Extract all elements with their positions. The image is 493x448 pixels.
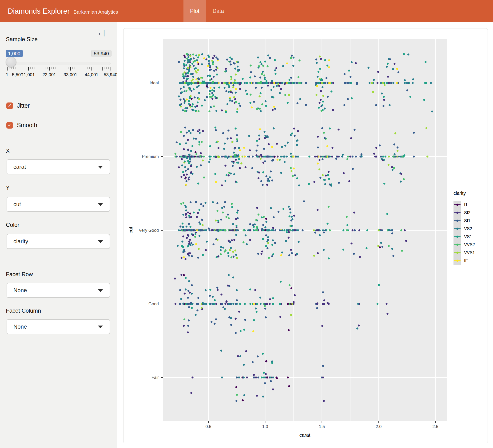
slider-minor-tick bbox=[98, 67, 98, 69]
svg-text:Ideal: Ideal bbox=[150, 81, 159, 85]
facet-row-select[interactable]: None bbox=[7, 283, 110, 298]
chevron-down-icon bbox=[98, 326, 103, 328]
color-select-label: Color bbox=[6, 222, 19, 228]
slider-minor-tick bbox=[58, 67, 58, 69]
slider-minor-tick bbox=[47, 67, 47, 69]
collapse-sidebar-icon[interactable]: ←| bbox=[97, 29, 104, 37]
svg-text:Fair: Fair bbox=[151, 375, 159, 380]
brand: Diamonds Explorer Barkamian Analytics bbox=[8, 0, 118, 22]
slider-grid-label: 53,940 bbox=[104, 72, 117, 77]
slider-max-badge: 53,940 bbox=[91, 50, 112, 57]
facet-column-select-value: None bbox=[13, 323, 27, 330]
slider-grid-label: 22,001 bbox=[42, 72, 56, 77]
svg-text:1.5: 1.5 bbox=[319, 424, 325, 429]
slider-minor-tick bbox=[30, 67, 31, 69]
slider-minor-tick bbox=[33, 67, 33, 69]
x-select-value: carat bbox=[13, 164, 26, 170]
slider-minor-tick bbox=[96, 67, 96, 69]
slider-minor-tick bbox=[79, 67, 79, 69]
slider-minor-tick bbox=[108, 67, 109, 69]
svg-text:0.5: 0.5 bbox=[205, 424, 211, 429]
facet-column-select[interactable]: None bbox=[7, 319, 110, 334]
slider-minor-tick bbox=[41, 67, 41, 69]
slider-grid-label: 44,001 bbox=[85, 72, 98, 77]
slider-minor-tick bbox=[22, 67, 22, 69]
slider-major-tick bbox=[7, 67, 8, 71]
smooth-checkbox-label: Smooth bbox=[17, 122, 37, 129]
slider-grid-label: 1 bbox=[6, 72, 9, 77]
legend-label: SI1 bbox=[464, 218, 471, 223]
app-subtitle: Barkamian Analytics bbox=[74, 9, 118, 15]
x-axis-title: carat bbox=[299, 432, 311, 438]
legend-label: IF bbox=[464, 258, 468, 263]
slider-major-tick bbox=[111, 67, 111, 71]
slider-minor-tick bbox=[89, 67, 90, 69]
navbar: Diamonds Explorer Barkamian Analytics Pl… bbox=[0, 0, 493, 22]
y-axis-title: cut bbox=[128, 227, 133, 233]
smooth-checkbox[interactable]: ✓ bbox=[6, 122, 13, 129]
svg-text:Premium: Premium bbox=[142, 154, 159, 159]
y-select-value: cut bbox=[13, 201, 21, 208]
slider-major-tick bbox=[91, 67, 92, 71]
jitter-checkbox-row[interactable]: ✓ Jitter bbox=[6, 102, 30, 109]
sample-size-slider-handle[interactable] bbox=[6, 57, 16, 67]
chevron-down-icon bbox=[98, 240, 103, 243]
color-select[interactable]: clarity bbox=[7, 234, 110, 249]
diamonds-scatter-plot: IdealPremiumVery GoodGoodFair0.51.01.52.… bbox=[123, 28, 488, 443]
svg-text:Good: Good bbox=[148, 302, 159, 306]
tab-data[interactable]: Data bbox=[206, 0, 231, 22]
chevron-down-icon bbox=[98, 203, 103, 206]
tab-plot[interactable]: Plot bbox=[183, 0, 206, 22]
slider-minor-tick bbox=[64, 67, 64, 69]
slider-minor-tick bbox=[13, 67, 14, 69]
slider-major-tick bbox=[39, 67, 39, 71]
slider-minor-tick bbox=[104, 67, 104, 69]
slider-minor-tick bbox=[20, 67, 20, 69]
legend-label: VVS2 bbox=[464, 242, 475, 247]
slider-minor-tick bbox=[100, 67, 100, 69]
slider-minor-tick bbox=[51, 67, 52, 69]
sample-size-slider-track[interactable] bbox=[7, 62, 111, 65]
slider-major-tick bbox=[102, 67, 102, 71]
slider-major-tick bbox=[49, 67, 50, 71]
legend-label: SI2 bbox=[464, 210, 471, 215]
slider-minor-tick bbox=[45, 67, 45, 69]
svg-text:2.0: 2.0 bbox=[376, 424, 381, 429]
slider-minor-tick bbox=[66, 67, 66, 69]
app-title: Diamonds Explorer bbox=[8, 0, 70, 22]
slider-grid: 15,50111,00122,00133,00144,00153,940 bbox=[7, 67, 111, 79]
y-select-label: Y bbox=[6, 185, 10, 191]
slider-grid-label: 11,001 bbox=[22, 72, 35, 77]
slider-minor-tick bbox=[34, 67, 35, 69]
slider-minor-tick bbox=[53, 67, 54, 69]
sample-size-label: Sample Size bbox=[6, 36, 38, 43]
slider-minor-tick bbox=[106, 67, 107, 69]
slider-minor-tick bbox=[75, 67, 75, 69]
chevron-down-icon bbox=[98, 289, 103, 292]
slider-minor-tick bbox=[37, 67, 37, 69]
plot-card: IdealPremiumVery GoodGoodFair0.51.01.52.… bbox=[123, 28, 488, 443]
sidebar: ←| Sample Size 1,000 53,940 15,50111,001… bbox=[0, 22, 117, 448]
slider-minor-tick bbox=[24, 67, 24, 69]
chevron-down-icon bbox=[98, 166, 103, 169]
slider-minor-tick bbox=[68, 67, 68, 69]
x-select[interactable]: carat bbox=[7, 159, 110, 175]
slider-major-tick bbox=[81, 67, 81, 71]
legend-label: I1 bbox=[464, 202, 468, 207]
slider-minor-tick bbox=[26, 67, 26, 69]
svg-text:2.5: 2.5 bbox=[432, 424, 438, 429]
slider-value-badge: 1,000 bbox=[6, 50, 23, 57]
slider-minor-tick bbox=[87, 67, 88, 69]
smooth-checkbox-row[interactable]: ✓ Smooth bbox=[6, 122, 37, 129]
slider-minor-tick bbox=[62, 67, 62, 69]
slider-minor-tick bbox=[11, 67, 11, 69]
slider-major-tick bbox=[28, 67, 29, 71]
slider-major-tick bbox=[18, 67, 18, 71]
slider-minor-tick bbox=[56, 67, 56, 69]
y-select[interactable]: cut bbox=[7, 197, 110, 212]
slider-minor-tick bbox=[85, 67, 85, 69]
jitter-checkbox[interactable]: ✓ bbox=[6, 102, 13, 109]
legend-label: VS2 bbox=[464, 226, 472, 231]
slider-minor-tick bbox=[15, 67, 16, 69]
slider-grid-label: 33,001 bbox=[64, 72, 77, 77]
